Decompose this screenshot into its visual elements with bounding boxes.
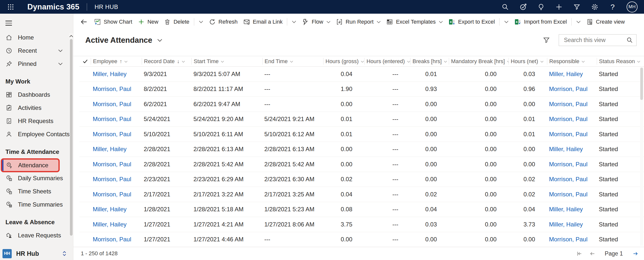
table-row[interactable]: Morrison, Paul6/2/20216/2/2021 9:47 AM--…: [79, 97, 644, 112]
refresh-button[interactable]: Refresh: [206, 16, 240, 27]
column-header-employee[interactable]: Employee↑: [91, 58, 142, 65]
run-report-button[interactable]: Run Report: [333, 16, 384, 27]
column-header-hours-net[interactable]: Hours (net): [508, 58, 547, 65]
back-button[interactable]: [80, 18, 88, 26]
cell-responsible[interactable]: Miller, Hailey: [547, 221, 597, 228]
cell-responsible[interactable]: Morrison, Paul: [547, 101, 597, 108]
search-icon[interactable]: [626, 37, 633, 44]
table-row[interactable]: Morrison, Paul5/24/20215/24/2021 9:20 AM…: [79, 112, 644, 127]
column-header-hours-entered[interactable]: Hours (entered): [364, 58, 410, 65]
table-row[interactable]: Morrison, Paul2/23/20212/23/2021 6:29 AM…: [79, 172, 644, 187]
delete-button[interactable]: Delete: [161, 16, 192, 27]
sidebar-scrollbar[interactable]: [69, 33, 73, 236]
sidebar-item-time-sheets[interactable]: 7 Time Sheets: [0, 185, 73, 198]
cell-employee[interactable]: Morrison, Paul: [91, 131, 142, 138]
sidebar-item-activities[interactable]: Activities: [0, 102, 73, 114]
column-header-breaks-hrs[interactable]: Breaks [hrs]: [410, 58, 449, 65]
more-commands-chevron-icon[interactable]: [501, 21, 512, 23]
brand-title[interactable]: Dynamics 365: [27, 2, 79, 12]
column-header-status-reason[interactable]: Status Reason: [597, 58, 644, 65]
create-view-button[interactable]: Create view: [584, 16, 628, 27]
sidebar-item-daily-summaries[interactable]: 1 Daily Summaries: [0, 172, 73, 185]
sidebar-item-leave-requests[interactable]: Leave Requests: [0, 229, 73, 242]
cell-employee[interactable]: Morrison, Paul: [91, 191, 142, 198]
scrollbar-thumb[interactable]: [640, 68, 643, 100]
avatar[interactable]: MH: [626, 2, 638, 12]
grid-filter-icon[interactable]: [542, 36, 550, 44]
view-selector[interactable]: Active Attendance: [79, 34, 164, 46]
chevron-down-icon[interactable]: [58, 50, 63, 52]
more-commands-chevron-icon[interactable]: [574, 21, 584, 23]
sidebar-item-home[interactable]: Home: [0, 31, 73, 44]
more-commands-chevron-icon[interactable]: [196, 21, 206, 23]
scrollbar-thumb[interactable]: [70, 39, 72, 236]
app-name[interactable]: HR HUB: [94, 4, 118, 10]
task-check-icon[interactable]: [519, 3, 527, 11]
cell-responsible[interactable]: Miller, Hailey: [547, 70, 597, 78]
cell-employee[interactable]: Morrison, Paul: [91, 101, 142, 108]
sidebar-item-recent[interactable]: Recent: [0, 44, 73, 58]
sidebar-item-attendance[interactable]: Attendance: [1, 158, 60, 172]
cell-responsible[interactable]: Miller, Hailey: [547, 146, 597, 152]
cell-responsible[interactable]: Morrison, Paul: [547, 191, 597, 198]
table-row[interactable]: Morrison, Paul8/2/20218/2/2021 11:17 AM-…: [79, 82, 644, 97]
cell-responsible[interactable]: Morrison, Paul: [547, 161, 597, 168]
previous-page-icon[interactable]: [588, 250, 596, 257]
export-to-excel-button[interactable]: X Export to Excel: [446, 16, 498, 27]
next-page-icon[interactable]: [632, 250, 639, 257]
cell-responsible[interactable]: Morrison, Paul: [547, 176, 597, 183]
area-switcher[interactable]: HH HR Hub: [0, 247, 73, 260]
cell-employee[interactable]: Miller, Hailey: [91, 146, 142, 152]
table-row[interactable]: Miller, Hailey1/27/20211/27/2021 4:21 AM…: [79, 217, 644, 232]
table-row[interactable]: Miller, Hailey1/28/20211/28/2021 5:18 AM…: [79, 202, 644, 217]
sidebar-item-hr-requests[interactable]: HR Requests: [0, 114, 73, 128]
table-row[interactable]: Morrison, Paul1/27/20211/27/2021 4:46 AM…: [79, 232, 644, 247]
table-row[interactable]: Morrison, Paul2/17/20212/17/2021 3:22 AM…: [79, 187, 644, 202]
show-chart-button[interactable]: Show Chart: [91, 16, 135, 27]
table-row[interactable]: Miller, Hailey9/3/20219/3/2021 5:07 AM--…: [79, 66, 644, 82]
email-a-link-button[interactable]: Email a Link: [240, 16, 286, 27]
sidebar-item-time-summaries[interactable]: Time Summaries: [0, 198, 73, 211]
cell-employee[interactable]: Morrison, Paul: [91, 86, 142, 92]
sidebar-item-employee-contacts[interactable]: Employee Contacts: [0, 128, 73, 141]
cell-employee[interactable]: Morrison, Paul: [91, 176, 142, 183]
column-header-responsible[interactable]: Responsible: [547, 58, 597, 65]
cell-employee[interactable]: Miller, Hailey: [91, 70, 142, 78]
table-row[interactable]: Morrison, Paul5/10/20215/10/2021 6:11 AM…: [79, 127, 644, 142]
lightbulb-icon[interactable]: [537, 3, 545, 11]
help-icon[interactable]: ?: [609, 3, 616, 11]
scroll-up-icon[interactable]: [69, 33, 73, 39]
column-header-record-date[interactable]: Record Date↓: [142, 58, 192, 65]
first-page-icon[interactable]: [575, 250, 583, 257]
sidebar-item-dashboards[interactable]: Dashboards: [0, 88, 73, 102]
column-header-start-time[interactable]: Start Time: [192, 58, 262, 65]
cell-responsible[interactable]: Miller, Hailey: [547, 206, 597, 213]
more-commands-chevron-icon[interactable]: [289, 21, 299, 23]
cell-responsible[interactable]: Morrison, Paul: [547, 116, 597, 122]
sidebar-item-pinned[interactable]: Pinned: [0, 58, 73, 70]
excel-templates-button[interactable]: Excel Templates: [384, 16, 446, 27]
flow-button[interactable]: Flow: [299, 16, 333, 27]
settings-gear-icon[interactable]: [591, 3, 598, 11]
cell-responsible[interactable]: Morrison, Paul: [547, 236, 597, 243]
grid-scrollbar[interactable]: [640, 67, 643, 246]
table-row[interactable]: Morrison, Paul2/28/20212/28/2021 5:42 AM…: [79, 157, 644, 172]
app-launcher-icon[interactable]: [6, 3, 15, 11]
chevron-down-icon[interactable]: [58, 63, 63, 65]
hamburger-menu-icon[interactable]: [6, 21, 12, 26]
cell-responsible[interactable]: Morrison, Paul: [547, 131, 597, 138]
search-icon[interactable]: [501, 3, 509, 11]
column-header-hours-gross[interactable]: Hours (gross): [323, 58, 364, 65]
import-from-excel-button[interactable]: X Import from Excel: [512, 16, 570, 27]
column-header-end-time[interactable]: End Time: [262, 58, 323, 65]
cell-employee[interactable]: Miller, Hailey: [91, 206, 142, 213]
select-all-checkmark-icon[interactable]: [79, 58, 91, 65]
cell-employee[interactable]: Morrison, Paul: [91, 116, 142, 122]
new-button[interactable]: New: [135, 16, 161, 27]
filter-icon[interactable]: [573, 3, 580, 11]
add-icon[interactable]: [555, 3, 563, 11]
search-input[interactable]: [564, 36, 626, 44]
cell-responsible[interactable]: Morrison, Paul: [547, 86, 597, 92]
cell-employee[interactable]: Morrison, Paul: [91, 236, 142, 243]
cell-employee[interactable]: Miller, Hailey: [91, 221, 142, 228]
